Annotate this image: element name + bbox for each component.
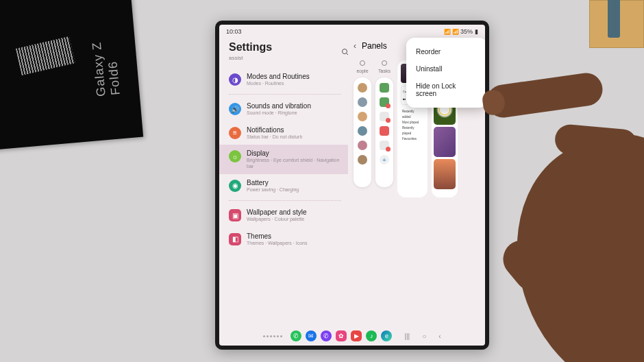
settings-item-themes[interactable]: ◧ ThemesThemes · Wallpapers · Icons <box>229 228 341 251</box>
barcode <box>16 36 75 75</box>
signal-icon: 📶 <box>444 29 450 35</box>
settings-item-sounds[interactable]: 🔊 Sounds and vibrationSound mode · Ringt… <box>229 97 341 121</box>
battery-text: 35% <box>460 28 473 35</box>
search-icon[interactable] <box>341 48 348 56</box>
dock-spotify-icon[interactable]: ♪ <box>366 330 377 341</box>
dock-edge-icon[interactable]: e <box>381 330 392 341</box>
box-label: Galaxy Z Fold6 <box>89 33 123 97</box>
settings-item-battery[interactable]: ◉ BatteryPower saving · Charging <box>229 174 341 197</box>
settings-item-wallpaper[interactable]: ▣ Wallpaper and styleWallpapers · Colour… <box>229 204 341 227</box>
dock-messages-icon[interactable]: ✉ <box>306 330 317 341</box>
svg-point-0 <box>343 49 347 54</box>
modes-icon: ◑ <box>229 73 241 86</box>
task-icon <box>380 83 389 93</box>
sounds-icon: 🔊 <box>229 103 241 115</box>
radio-people[interactable] <box>360 60 365 66</box>
playlist-list: Recently added Most played Recently play… <box>401 108 424 144</box>
settings-pane: Settings assist ◑ Modes and RoutinesMode… <box>219 38 348 325</box>
status-bar: 10:03 📶 📶 35% ▮ <box>219 25 485 38</box>
wifi-icon: 📶 <box>452 29 458 35</box>
nav-recent-icon[interactable]: ||| <box>404 333 410 340</box>
panels-header: Panels <box>362 41 387 51</box>
dock-gallery-icon[interactable]: ✿ <box>336 330 347 341</box>
back-icon[interactable]: ‹ <box>354 41 356 51</box>
panel-people[interactable]: eople <box>354 60 371 197</box>
task-icon <box>380 126 389 136</box>
avatar <box>358 155 367 165</box>
avatar <box>358 141 367 150</box>
dock-phone-icon[interactable]: ✆ <box>290 330 301 341</box>
settings-item-display[interactable]: ☼ DisplayBrightness · Eye comfort shield… <box>219 145 348 174</box>
avatar <box>358 126 367 136</box>
nav-back-icon[interactable]: ‹ <box>438 333 441 340</box>
avatar <box>358 97 367 107</box>
product-box: Galaxy Z Fold6 <box>0 0 143 151</box>
battery-icon: ◉ <box>229 180 241 192</box>
task-icon <box>380 112 389 121</box>
task-icon <box>380 97 389 107</box>
themes-icon: ◧ <box>229 233 241 245</box>
wallpaper-icon: ▣ <box>229 209 241 221</box>
display-icon: ☼ <box>229 150 241 162</box>
battery-icon: ▮ <box>475 28 478 35</box>
dock-youtube-icon[interactable]: ▶ <box>351 330 362 341</box>
hand <box>445 55 644 362</box>
notifications-icon: ≡ <box>229 127 241 139</box>
settings-title: Settings <box>229 41 341 53</box>
dock-viber-icon[interactable]: ✆ <box>321 330 332 341</box>
radio-tasks[interactable] <box>382 60 387 66</box>
settings-item-notifications[interactable]: ≡ NotificationsStatus bar · Do not distu… <box>229 121 341 145</box>
avatar <box>358 83 367 93</box>
hinge-part <box>608 0 620 38</box>
settings-subtitle: assist <box>229 55 341 61</box>
task-icon <box>380 141 389 150</box>
avatar <box>358 112 367 121</box>
status-time: 10:03 <box>226 28 242 35</box>
panel-tasks[interactable]: Tasks + <box>375 60 393 197</box>
settings-item-modes[interactable]: ◑ Modes and RoutinesModes · Routines <box>229 68 341 91</box>
nav-home-icon[interactable]: ○ <box>422 333 426 340</box>
add-task-icon[interactable]: + <box>380 155 389 165</box>
